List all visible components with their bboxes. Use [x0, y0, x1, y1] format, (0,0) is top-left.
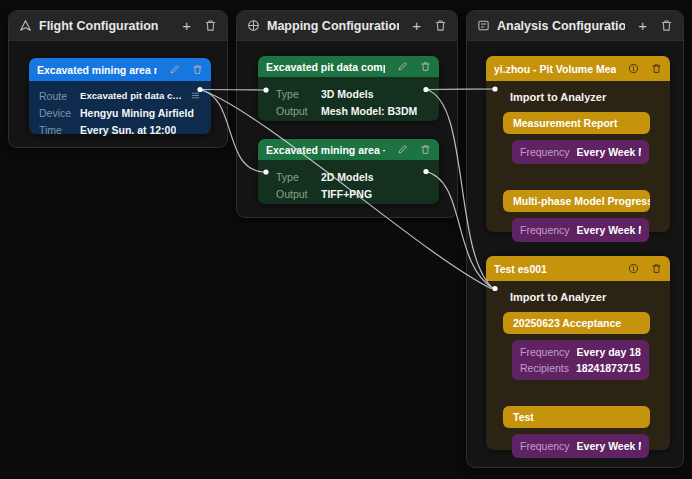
workflow-canvas: Flight Configuration + Excavated mining …	[0, 0, 692, 479]
report-meta: Frequency Every day 18:30 Recipients 182…	[512, 340, 649, 380]
flight-card-title: Excavated mining area modeling	[37, 64, 157, 76]
report-button[interactable]: Measurement Report	[503, 112, 650, 134]
mapping-card-title: Excavated pit data comparison	[266, 61, 385, 73]
frequency-value: Every Week Mon., T...	[577, 440, 641, 452]
frequency-label: Frequency	[520, 346, 570, 358]
analysis-panel-title: Analysis Configuration	[497, 19, 625, 33]
report-button[interactable]: 20250623 Acceptance	[503, 312, 650, 334]
device-value: Hengyu Mining Airfield	[80, 107, 194, 119]
analysis-card-pit-volume[interactable]: yi.zhou - Pit Volume Measurement Import …	[486, 56, 670, 232]
panel-analysis-configuration: Analysis Configuration + yi.zhou - Pit V…	[466, 10, 684, 468]
output-value: Mesh Model: B3DM	[321, 105, 417, 117]
analysis-card-body: Import to Analyzer Measurement Report Fr…	[486, 81, 670, 254]
time-value: Every Sun. at 12:00	[80, 124, 176, 136]
mapping-delete-button[interactable]	[434, 19, 447, 32]
mapping-card-body: Type 2D Models Output TIFF+PNG	[258, 160, 439, 208]
report-button[interactable]: Test	[503, 406, 650, 428]
frequency-value: Every day 18:30	[577, 346, 641, 358]
mapping-card-3d[interactable]: Excavated pit data comparison Type 3D Mo…	[258, 56, 439, 121]
edit-icon[interactable]	[397, 61, 408, 72]
route-value: Excavated pit data comparison - Copy	[80, 90, 183, 101]
frequency-label: Frequency	[520, 146, 570, 158]
output-row: Output Mesh Model: B3DM	[276, 102, 429, 119]
info-icon[interactable]	[628, 263, 639, 274]
panel-flight-configuration: Flight Configuration + Excavated mining …	[8, 10, 228, 148]
recipients-label: Recipients	[520, 362, 569, 374]
mapping-panel-header: Mapping Configuration +	[237, 11, 457, 41]
output-label: Output	[276, 105, 314, 117]
flight-panel-title: Flight Configuration	[39, 19, 169, 33]
flight-panel-header: Flight Configuration +	[9, 11, 227, 41]
output-row: Output TIFF+PNG	[276, 185, 429, 202]
type-row: Type 2D Models	[276, 168, 429, 185]
report-icon	[477, 19, 490, 32]
recipients-value: 18241873715@163.c...	[576, 362, 641, 374]
mapping-card-2d[interactable]: Excavated mining area – 2D Type 2D Model…	[258, 139, 439, 204]
frequency-label: Frequency	[520, 224, 570, 236]
analysis-delete-button[interactable]	[660, 19, 673, 32]
frequency-line: Frequency Every day 18:30	[520, 344, 641, 360]
mapping-card-header: Excavated pit data comparison	[258, 56, 439, 77]
flight-task-card[interactable]: Excavated mining area modeling Route Exc…	[29, 58, 211, 134]
analysis-card-test-es001[interactable]: Test es001 Import to Analyzer 20250623 A…	[486, 256, 670, 450]
type-value: 3D Models	[321, 88, 374, 100]
type-value: 2D Models	[321, 171, 374, 183]
analysis-add-button[interactable]: +	[638, 18, 647, 33]
mapping-add-button[interactable]: +	[412, 18, 421, 33]
frequency-line: Frequency Every Week Mon., T...	[520, 144, 641, 160]
type-label: Type	[276, 88, 314, 100]
drone-icon	[19, 19, 32, 32]
analysis-card-header: yi.zhou - Pit Volume Measurement	[486, 56, 670, 81]
mapping-card-title: Excavated mining area – 2D	[266, 144, 385, 156]
flight-card-header: Excavated mining area modeling	[29, 58, 211, 81]
analysis-card-title: Test es001	[494, 263, 616, 275]
frequency-label: Frequency	[520, 440, 570, 452]
compass-icon	[247, 19, 260, 32]
report-meta: Frequency Every Week Mon., T...	[512, 434, 649, 458]
output-value: TIFF+PNG	[321, 188, 372, 200]
flight-delete-button[interactable]	[204, 19, 217, 32]
analysis-card-header: Test es001	[486, 256, 670, 281]
device-row: Device Hengyu Mining Airfield	[39, 104, 201, 121]
report-meta: Frequency Every Week Mon., T...	[512, 218, 649, 242]
type-label: Type	[276, 171, 314, 183]
edit-icon[interactable]	[397, 144, 408, 155]
report-button[interactable]: Multi-phase Model Progress	[503, 190, 650, 212]
mapping-card-body: Type 3D Models Output Mesh Model: B3DM	[258, 77, 439, 125]
trash-icon[interactable]	[420, 61, 431, 72]
frequency-line: Frequency Every Week Mon., T...	[520, 222, 641, 238]
output-label: Output	[276, 188, 314, 200]
type-row: Type 3D Models	[276, 85, 429, 102]
import-to-analyzer-row: Import to Analyzer	[510, 91, 660, 103]
frequency-value: Every Week Mon., T...	[577, 224, 641, 236]
frequency-line: Frequency Every Week Mon., T...	[520, 438, 641, 454]
panel-mapping-configuration: Mapping Configuration + Excavated pit da…	[236, 10, 458, 218]
frequency-value: Every Week Mon., T...	[577, 146, 641, 158]
edit-icon[interactable]	[169, 64, 180, 75]
analysis-card-title: yi.zhou - Pit Volume Measurement	[494, 63, 616, 75]
trash-icon[interactable]	[651, 263, 662, 274]
route-row: Route Excavated pit data comparison - Co…	[39, 87, 201, 104]
trash-icon[interactable]	[651, 63, 662, 74]
analysis-panel-header: Analysis Configuration +	[467, 11, 683, 41]
route-label: Route	[39, 90, 73, 102]
report-meta: Frequency Every Week Mon., T...	[512, 140, 649, 164]
trash-icon[interactable]	[192, 64, 203, 75]
analysis-card-body: Import to Analyzer 20250623 Acceptance F…	[486, 281, 670, 470]
time-label: Time	[39, 124, 73, 136]
mapping-panel-title: Mapping Configuration	[267, 19, 399, 33]
flight-card-body: Route Excavated pit data comparison - Co…	[29, 81, 211, 144]
time-row: Time Every Sun. at 12:00	[39, 121, 201, 138]
flight-add-button[interactable]: +	[182, 18, 191, 33]
mapping-card-header: Excavated mining area – 2D	[258, 139, 439, 160]
trash-icon[interactable]	[420, 144, 431, 155]
import-to-analyzer-row: Import to Analyzer	[510, 291, 660, 303]
info-icon[interactable]	[628, 63, 639, 74]
device-label: Device	[39, 107, 73, 119]
recipients-line: Recipients 18241873715@163.c...	[520, 360, 641, 376]
route-list-icon[interactable]	[190, 87, 201, 104]
